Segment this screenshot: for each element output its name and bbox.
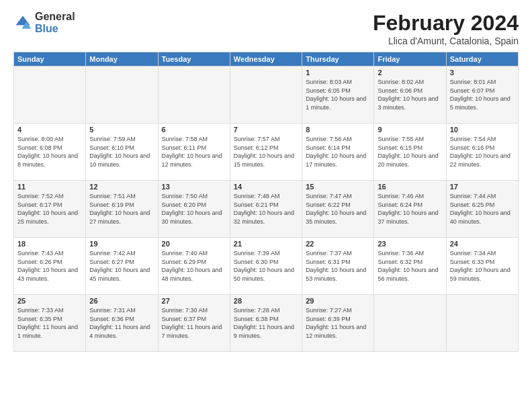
- day-info: Sunrise: 7:44 AM Sunset: 6:25 PM Dayligh…: [450, 192, 515, 226]
- day-number: 14: [234, 183, 298, 191]
- day-info: Sunrise: 8:01 AM Sunset: 6:07 PM Dayligh…: [450, 78, 515, 111]
- day-number: 2: [378, 68, 442, 77]
- day-info: Sunrise: 8:00 AM Sunset: 6:08 PM Dayligh…: [17, 135, 82, 169]
- day-info: Sunrise: 7:46 AM Sunset: 6:24 PM Dayligh…: [378, 192, 442, 226]
- day-info: Sunrise: 7:42 AM Sunset: 6:27 PM Dayligh…: [89, 249, 154, 283]
- day-cell: 1Sunrise: 8:03 AM Sunset: 6:05 PM Daylig…: [302, 66, 374, 124]
- day-cell: 20Sunrise: 7:40 AM Sunset: 6:29 PM Dayli…: [158, 238, 230, 295]
- day-cell: 14Sunrise: 7:48 AM Sunset: 6:21 PM Dayli…: [230, 181, 302, 238]
- day-cell: 15Sunrise: 7:47 AM Sunset: 6:22 PM Dayli…: [302, 181, 374, 238]
- col-header-wednesday: Wednesday: [230, 52, 302, 66]
- day-info: Sunrise: 8:03 AM Sunset: 6:05 PM Dayligh…: [306, 78, 370, 111]
- day-cell: 22Sunrise: 7:37 AM Sunset: 6:31 PM Dayli…: [302, 238, 374, 295]
- day-cell: 5Sunrise: 7:59 AM Sunset: 6:10 PM Daylig…: [86, 124, 158, 181]
- day-cell: [14, 66, 86, 124]
- day-info: Sunrise: 7:39 AM Sunset: 6:30 PM Dayligh…: [234, 249, 298, 283]
- day-number: 23: [378, 240, 442, 248]
- logo-general: General: [35, 11, 75, 23]
- col-header-friday: Friday: [374, 52, 446, 66]
- day-info: Sunrise: 7:27 AM Sunset: 6:39 PM Dayligh…: [306, 306, 370, 340]
- logo-icon: [13, 13, 32, 32]
- day-cell: 25Sunrise: 7:33 AM Sunset: 6:35 PM Dayli…: [14, 295, 86, 352]
- day-number: 1: [306, 68, 370, 77]
- day-info: Sunrise: 7:47 AM Sunset: 6:22 PM Dayligh…: [306, 192, 370, 226]
- day-cell: 28Sunrise: 7:28 AM Sunset: 6:38 PM Dayli…: [230, 295, 302, 352]
- day-info: Sunrise: 7:50 AM Sunset: 6:20 PM Dayligh…: [162, 192, 226, 226]
- day-cell: [158, 66, 230, 124]
- col-header-tuesday: Tuesday: [158, 52, 230, 66]
- col-header-saturday: Saturday: [446, 52, 518, 66]
- day-cell: 13Sunrise: 7:50 AM Sunset: 6:20 PM Dayli…: [158, 181, 230, 238]
- day-number: 17: [450, 183, 515, 191]
- header-row: SundayMondayTuesdayWednesdayThursdayFrid…: [14, 52, 519, 66]
- day-number: 28: [234, 297, 298, 305]
- day-cell: 7Sunrise: 7:57 AM Sunset: 6:12 PM Daylig…: [230, 124, 302, 181]
- day-info: Sunrise: 7:28 AM Sunset: 6:38 PM Dayligh…: [234, 306, 298, 340]
- day-number: 8: [306, 126, 370, 134]
- day-cell: 18Sunrise: 7:43 AM Sunset: 6:26 PM Dayli…: [14, 238, 86, 295]
- day-number: 20: [162, 240, 226, 248]
- week-row-4: 25Sunrise: 7:33 AM Sunset: 6:35 PM Dayli…: [14, 295, 519, 352]
- day-cell: 9Sunrise: 7:55 AM Sunset: 6:15 PM Daylig…: [374, 124, 446, 181]
- day-cell: 8Sunrise: 7:56 AM Sunset: 6:14 PM Daylig…: [302, 124, 374, 181]
- day-cell: [446, 295, 518, 352]
- day-cell: 21Sunrise: 7:39 AM Sunset: 6:30 PM Dayli…: [230, 238, 302, 295]
- day-info: Sunrise: 7:48 AM Sunset: 6:21 PM Dayligh…: [234, 192, 298, 226]
- day-number: 16: [378, 183, 442, 191]
- day-cell: 27Sunrise: 7:30 AM Sunset: 6:37 PM Dayli…: [158, 295, 230, 352]
- day-cell: 29Sunrise: 7:27 AM Sunset: 6:39 PM Dayli…: [302, 295, 374, 352]
- day-info: Sunrise: 7:56 AM Sunset: 6:14 PM Dayligh…: [306, 135, 370, 169]
- day-number: 10: [450, 126, 515, 134]
- col-header-monday: Monday: [86, 52, 158, 66]
- day-cell: 16Sunrise: 7:46 AM Sunset: 6:24 PM Dayli…: [374, 181, 446, 238]
- page-container: General Blue February 2024 Llica d'Amunt…: [0, 0, 532, 359]
- day-number: 18: [17, 240, 82, 248]
- day-info: Sunrise: 7:51 AM Sunset: 6:19 PM Dayligh…: [89, 192, 154, 226]
- day-info: Sunrise: 7:33 AM Sunset: 6:35 PM Dayligh…: [17, 306, 82, 340]
- day-info: Sunrise: 7:59 AM Sunset: 6:10 PM Dayligh…: [89, 135, 154, 169]
- day-info: Sunrise: 7:58 AM Sunset: 6:11 PM Dayligh…: [162, 135, 226, 169]
- week-row-3: 18Sunrise: 7:43 AM Sunset: 6:26 PM Dayli…: [14, 238, 519, 295]
- col-header-thursday: Thursday: [302, 52, 374, 66]
- week-row-0: 1Sunrise: 8:03 AM Sunset: 6:05 PM Daylig…: [14, 66, 519, 124]
- day-info: Sunrise: 7:52 AM Sunset: 6:17 PM Dayligh…: [17, 192, 82, 226]
- day-cell: 24Sunrise: 7:34 AM Sunset: 6:33 PM Dayli…: [446, 238, 518, 295]
- day-number: 5: [89, 126, 154, 134]
- day-info: Sunrise: 7:57 AM Sunset: 6:12 PM Dayligh…: [234, 135, 298, 169]
- day-cell: [86, 66, 158, 124]
- day-number: 15: [306, 183, 370, 191]
- day-number: 11: [17, 183, 82, 191]
- day-cell: 6Sunrise: 7:58 AM Sunset: 6:11 PM Daylig…: [158, 124, 230, 181]
- day-info: Sunrise: 7:36 AM Sunset: 6:32 PM Dayligh…: [378, 249, 442, 283]
- day-info: Sunrise: 8:02 AM Sunset: 6:06 PM Dayligh…: [378, 78, 442, 111]
- day-cell: [374, 295, 446, 352]
- title-block: February 2024 Llica d'Amunt, Catalonia, …: [373, 11, 519, 46]
- month-title: February 2024: [373, 11, 519, 36]
- day-number: 27: [162, 297, 226, 305]
- day-number: 22: [306, 240, 370, 248]
- day-number: 24: [450, 240, 515, 248]
- day-info: Sunrise: 7:37 AM Sunset: 6:31 PM Dayligh…: [306, 249, 370, 283]
- page-header: General Blue February 2024 Llica d'Amunt…: [13, 11, 519, 46]
- day-cell: 17Sunrise: 7:44 AM Sunset: 6:25 PM Dayli…: [446, 181, 518, 238]
- day-number: 13: [162, 183, 226, 191]
- day-info: Sunrise: 7:31 AM Sunset: 6:36 PM Dayligh…: [89, 306, 154, 340]
- day-number: 29: [306, 297, 370, 305]
- day-number: 12: [89, 183, 154, 191]
- day-number: 25: [17, 297, 82, 305]
- day-cell: 4Sunrise: 8:00 AM Sunset: 6:08 PM Daylig…: [14, 124, 86, 181]
- day-number: 7: [234, 126, 298, 134]
- day-number: 21: [234, 240, 298, 248]
- day-cell: 26Sunrise: 7:31 AM Sunset: 6:36 PM Dayli…: [86, 295, 158, 352]
- day-cell: 11Sunrise: 7:52 AM Sunset: 6:17 PM Dayli…: [14, 181, 86, 238]
- day-cell: 3Sunrise: 8:01 AM Sunset: 6:07 PM Daylig…: [446, 66, 518, 124]
- day-number: 6: [162, 126, 226, 134]
- day-cell: 12Sunrise: 7:51 AM Sunset: 6:19 PM Dayli…: [86, 181, 158, 238]
- day-cell: 2Sunrise: 8:02 AM Sunset: 6:06 PM Daylig…: [374, 66, 446, 124]
- location: Llica d'Amunt, Catalonia, Spain: [373, 36, 519, 46]
- day-info: Sunrise: 7:30 AM Sunset: 6:37 PM Dayligh…: [162, 306, 226, 340]
- day-info: Sunrise: 7:55 AM Sunset: 6:15 PM Dayligh…: [378, 135, 442, 169]
- day-info: Sunrise: 7:34 AM Sunset: 6:33 PM Dayligh…: [450, 249, 515, 283]
- logo-blue: Blue: [35, 23, 75, 35]
- col-header-sunday: Sunday: [14, 52, 86, 66]
